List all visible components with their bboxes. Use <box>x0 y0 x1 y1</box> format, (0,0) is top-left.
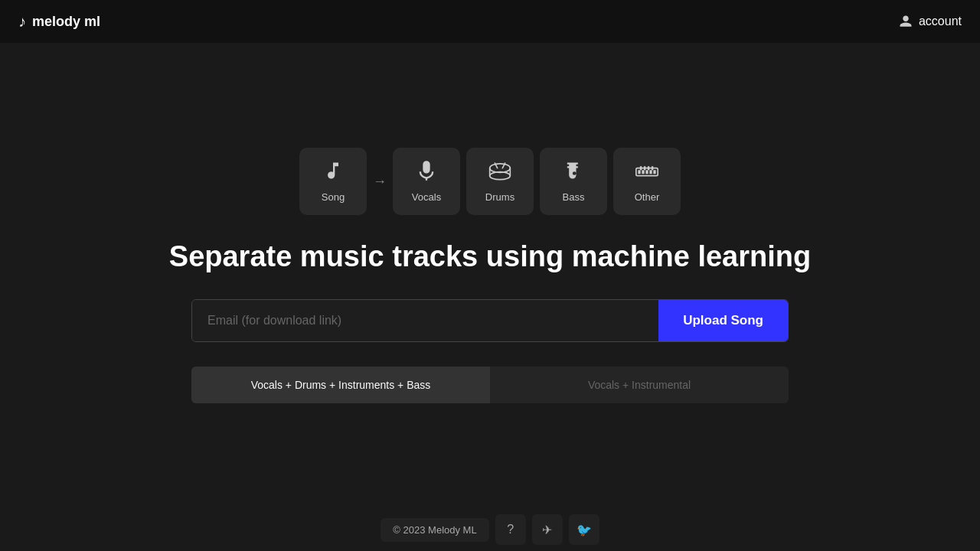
track-card-bass: Bass <box>540 148 607 215</box>
twitter-button[interactable]: 🐦 <box>569 514 599 545</box>
song-icon <box>322 160 344 187</box>
bass-label: Bass <box>563 191 585 203</box>
song-label: Song <box>322 191 345 203</box>
music-note-icon: ♪ <box>18 13 26 31</box>
drums-icon <box>488 160 511 187</box>
svg-rect-13 <box>644 166 646 170</box>
main-content: Song → Vocals <box>0 43 980 508</box>
svg-rect-9 <box>645 170 648 174</box>
copyright-text: © 2023 Melody ML <box>381 518 488 542</box>
footer: © 2023 Melody ML ? ✈ 🐦 <box>0 508 980 551</box>
email-input[interactable] <box>192 300 658 341</box>
arrow-icon: → <box>373 174 387 190</box>
track-card-drums: Drums <box>466 148 534 215</box>
svg-rect-12 <box>640 166 642 170</box>
tab-simple-separation[interactable]: Vocals + Instrumental <box>490 367 789 403</box>
help-button[interactable]: ? <box>495 514 526 545</box>
track-card-song: Song <box>299 148 367 215</box>
account-button[interactable]: account <box>899 15 962 28</box>
track-card-vocals: Vocals <box>393 148 460 215</box>
telegram-icon: ✈ <box>542 523 552 537</box>
telegram-button[interactable]: ✈ <box>532 514 563 545</box>
header: ♪ melody ml account <box>0 0 980 43</box>
svg-rect-8 <box>642 170 644 174</box>
person-icon <box>899 15 913 28</box>
bass-icon <box>563 160 584 187</box>
vocals-icon <box>416 160 437 187</box>
tracks-row: Song → Vocals <box>296 148 684 215</box>
svg-rect-11 <box>653 170 655 174</box>
twitter-icon: 🐦 <box>577 523 592 537</box>
upload-row: Upload Song <box>191 299 789 342</box>
other-icon <box>635 160 658 187</box>
account-label: account <box>919 15 962 28</box>
tab-full-separation[interactable]: Vocals + Drums + Instruments + Bass <box>191 367 490 403</box>
upload-button[interactable]: Upload Song <box>658 300 788 341</box>
mode-tabs: Vocals + Drums + Instruments + Bass Voca… <box>191 367 789 403</box>
logo: ♪ melody ml <box>18 13 100 31</box>
other-label: Other <box>635 191 660 203</box>
svg-rect-10 <box>649 170 652 174</box>
drums-label: Drums <box>485 191 514 203</box>
svg-rect-15 <box>652 166 654 170</box>
logo-text: melody ml <box>32 14 100 30</box>
svg-rect-14 <box>648 166 650 170</box>
svg-rect-7 <box>638 170 640 174</box>
svg-point-0 <box>490 164 511 173</box>
question-icon: ? <box>507 523 514 536</box>
track-card-other: Other <box>613 148 681 215</box>
vocals-label: Vocals <box>412 191 441 203</box>
page-headline: Separate music tracks using machine lear… <box>169 240 811 275</box>
